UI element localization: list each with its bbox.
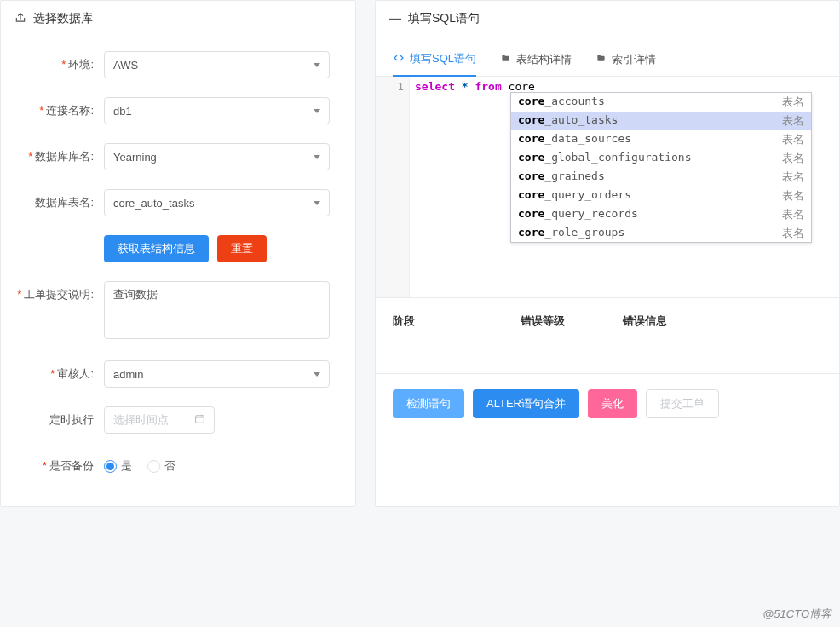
sql-editor[interactable]: 1 select * from core core_accounts表名core… [376, 77, 839, 298]
backup-yes-radio[interactable]: 是 [104, 458, 132, 474]
reset-button[interactable]: 重置 [217, 235, 267, 262]
desc-label: *工单提交说明: [14, 281, 104, 302]
desc-textarea[interactable]: 查询数据 [104, 281, 330, 339]
schedule-datepicker[interactable]: 选择时间点 [104, 406, 215, 434]
schedule-label: 定时执行 [14, 406, 104, 428]
submit-button[interactable]: 提交工单 [646, 389, 719, 418]
autocomplete-item[interactable]: core_graineds表名 [511, 168, 811, 187]
db-select[interactable]: Yearning [104, 143, 330, 170]
beautify-button[interactable]: 美化 [588, 389, 637, 418]
calendar-icon [194, 413, 205, 427]
col-stage: 阶段 [393, 314, 521, 329]
share-icon [14, 12, 26, 26]
action-buttons: 检测语句 ALTER语句合并 美化 提交工单 [376, 373, 839, 434]
sql-panel: — 填写SQL语句 填写SQL语句 表结构详情 索引详情 [375, 0, 840, 507]
result-header: 阶段 错误等级 错误信息 [376, 298, 839, 344]
conn-select[interactable]: db1 [104, 97, 330, 124]
left-panel-title: 选择数据库 [33, 11, 93, 26]
autocomplete-item[interactable]: core_data_sources表名 [511, 130, 811, 149]
tab-sql[interactable]: 填写SQL语句 [393, 51, 476, 77]
autocomplete-item[interactable]: core_accounts表名 [511, 93, 811, 112]
tabs: 填写SQL语句 表结构详情 索引详情 [376, 37, 839, 77]
autocomplete-item[interactable]: core_query_records表名 [511, 205, 811, 224]
typed-text: core [509, 80, 535, 93]
approver-label: *审核人: [14, 360, 104, 382]
fetch-structure-button[interactable]: 获取表结构信息 [104, 235, 209, 262]
db-label: *数据库库名: [14, 143, 104, 164]
line-gutter: 1 [376, 77, 410, 297]
autocomplete-item[interactable]: core_role_groups表名 [511, 224, 811, 242]
approver-select[interactable]: admin [104, 360, 330, 388]
autocomplete-item[interactable]: core_query_orders表名 [511, 187, 811, 205]
col-info: 错误信息 [623, 314, 822, 329]
left-panel-header: 选择数据库 [1, 1, 355, 37]
col-level: 错误等级 [521, 314, 623, 329]
watermark: @51CTO博客 [762, 607, 831, 622]
minus-icon: — [389, 12, 401, 26]
conn-label: *连接名称: [14, 97, 104, 118]
folder-icon [500, 53, 511, 66]
backup-no-radio[interactable]: 否 [147, 458, 175, 474]
token-star: * [462, 80, 469, 93]
tab-structure[interactable]: 表结构详情 [500, 52, 572, 76]
alter-merge-button[interactable]: ALTER语句合并 [473, 389, 579, 418]
code-icon [393, 53, 405, 66]
table-label: 数据库表名: [14, 189, 104, 210]
right-panel-header: — 填写SQL语句 [376, 1, 839, 37]
keyword-from: from [475, 80, 501, 93]
check-button[interactable]: 检测语句 [393, 389, 464, 418]
env-label: *环境: [14, 51, 104, 72]
svg-rect-0 [196, 416, 204, 423]
select-database-panel: 选择数据库 *环境: AWS *连接名称: db1 *数据库库名: Yearni… [0, 0, 356, 507]
right-panel-title: 填写SQL语句 [408, 11, 480, 26]
env-select[interactable]: AWS [104, 51, 330, 78]
table-select[interactable]: core_auto_tasks [104, 189, 330, 216]
keyword-select: select [415, 80, 455, 93]
autocomplete-popup: core_accounts表名core_auto_tasks表名core_dat… [510, 92, 812, 243]
backup-label: *是否备份 [14, 452, 104, 474]
folder-icon [595, 53, 607, 66]
autocomplete-item[interactable]: core_global_configurations表名 [511, 149, 811, 168]
autocomplete-item[interactable]: core_auto_tasks表名 [511, 112, 811, 130]
tab-index[interactable]: 索引详情 [595, 52, 656, 76]
